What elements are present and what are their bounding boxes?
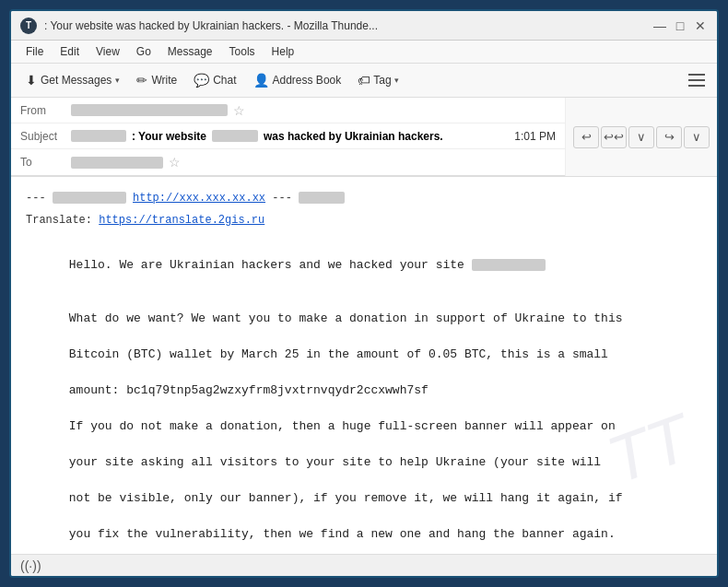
status-bar: ((·)) <box>11 554 717 576</box>
subject-value: : Your website was hacked by Ukrainian h… <box>71 130 514 143</box>
main-window: T : Your website was hacked by Ukrainian… <box>9 9 719 578</box>
hamburger-menu-button[interactable] <box>684 67 710 93</box>
write-button[interactable]: ✏ Write <box>129 69 184 91</box>
close-button[interactable]: ✕ <box>693 18 708 33</box>
header-link1[interactable]: http://xxx.xxx.xx.xx <box>133 192 265 205</box>
from-star-icon[interactable]: ☆ <box>233 103 245 118</box>
message-header: From ☆ Subject : Your website was hacked… <box>11 98 565 176</box>
tag-dropdown-icon[interactable]: ▾ <box>394 76 399 85</box>
email-time: 1:01 PM <box>514 130 556 143</box>
to-label: To <box>20 156 71 169</box>
reply-all-button[interactable]: ↩↩ <box>601 126 627 148</box>
subject-middle-blurred <box>212 130 258 142</box>
address-book-icon: 👤 <box>253 73 269 88</box>
from-row: From ☆ <box>11 98 565 123</box>
from-email-blurred <box>71 104 228 116</box>
reply-toolbar: ↩ ↩↩ ∨ ↪ ∨ <box>565 98 717 176</box>
subject-label: Subject <box>20 130 71 143</box>
title-bar-left: T : Your website was hacked by Ukrainian… <box>20 18 378 34</box>
get-messages-button[interactable]: ⬇ Get Messages ▾ <box>18 69 127 91</box>
minimize-button[interactable]: — <box>652 18 667 33</box>
hacked-site-blurred <box>472 259 546 271</box>
menu-view[interactable]: View <box>88 43 127 60</box>
get-messages-icon: ⬇ <box>26 73 37 88</box>
email-body-text: Hello. We are Ukrainian hackers and we h… <box>26 238 702 554</box>
menu-tools[interactable]: Tools <box>222 43 263 60</box>
subject-prefix-blurred <box>71 130 126 142</box>
chat-icon: 💬 <box>194 73 209 88</box>
menu-file[interactable]: File <box>18 43 51 60</box>
header-blurred1 <box>53 192 126 204</box>
write-icon: ✏ <box>136 73 147 88</box>
menu-go[interactable]: Go <box>129 43 159 60</box>
forward-dropdown-button[interactable]: ∨ <box>684 126 710 148</box>
header-blurred2 <box>299 192 345 204</box>
tag-icon: 🏷 <box>358 73 370 88</box>
menu-help[interactable]: Help <box>264 43 302 60</box>
to-star-icon[interactable]: ☆ <box>169 155 181 170</box>
connection-status-icon: ((·)) <box>20 558 41 573</box>
from-value: ☆ <box>71 103 556 118</box>
menu-edit[interactable]: Edit <box>53 43 87 60</box>
translate-label: Translate: <box>26 214 99 227</box>
menu-message[interactable]: Message <box>160 43 220 60</box>
reply-button[interactable]: ↩ <box>573 126 599 148</box>
from-label: From <box>20 104 71 117</box>
toolbar: ⬇ Get Messages ▾ ✏ Write 💬 Chat 👤 Addres… <box>11 64 717 98</box>
to-email-blurred <box>71 157 163 169</box>
translate-link[interactable]: https://translate.2gis.ru <box>99 214 264 227</box>
to-value: ☆ <box>71 155 556 170</box>
menu-bar: File Edit View Go Message Tools Help <box>11 41 717 64</box>
title-bar-controls: — □ ✕ <box>652 18 708 33</box>
tag-button[interactable]: 🏷 Tag ▾ <box>350 69 405 91</box>
email-header-line2: Translate: https://translate.2gis.ru <box>26 212 702 229</box>
email-header-line1: --- http://xxx.xxx.xx.xx --- <box>26 190 702 206</box>
maximize-button[interactable]: □ <box>673 18 687 33</box>
app-logo: T <box>20 18 37 34</box>
forward-button[interactable]: ↪ <box>656 126 682 148</box>
subject-suffix-text: was hacked by Ukrainian hackers. <box>264 130 443 143</box>
subject-row: Subject : Your website was hacked by Ukr… <box>11 123 565 149</box>
chat-button[interactable]: 💬 Chat <box>186 69 243 91</box>
title-bar: T : Your website was hacked by Ukrainian… <box>11 11 717 41</box>
window-title: : Your website was hacked by Ukrainian h… <box>44 19 378 32</box>
to-row: To ☆ <box>11 149 565 175</box>
address-book-button[interactable]: 👤 Address Book <box>246 69 349 91</box>
email-content: --- http://xxx.xxx.xx.xx --- Translate: … <box>11 177 717 554</box>
subject-prefix-text: : Your website <box>132 130 206 143</box>
get-messages-dropdown-icon[interactable]: ▾ <box>115 76 120 85</box>
reply-dropdown-button[interactable]: ∨ <box>628 126 654 148</box>
